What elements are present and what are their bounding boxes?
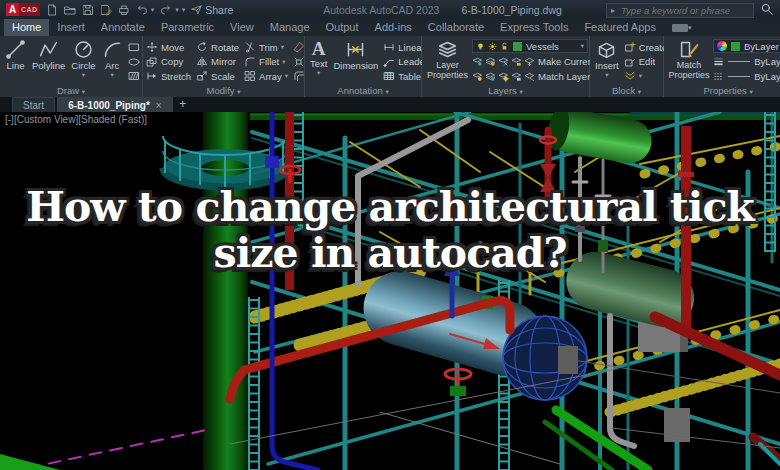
offset-button[interactable] [293, 69, 305, 83]
autocad-logo[interactable]: A CAD [6, 3, 40, 16]
file-tab-active[interactable]: 6-B-1000_Piping* × [57, 97, 173, 112]
layer-on-icon[interactable] [472, 71, 483, 82]
panel-layers-title[interactable]: Layers ▾ [422, 85, 589, 97]
match-layer-button[interactable]: Match Layer [524, 70, 590, 83]
panel-draw-title[interactable]: Draw ▾ [0, 85, 142, 97]
layer-unisolate-icon[interactable] [485, 71, 496, 82]
explode-icon [293, 56, 305, 68]
file-tab-start[interactable]: Start [12, 97, 55, 112]
customize-qat-icon[interactable]: ▾ [182, 6, 186, 14]
tab-parametric[interactable]: Parametric [153, 19, 222, 36]
mirror-button[interactable]: Mirror [196, 55, 239, 69]
panel-annotation: A Text ▾ Dimension Linear▾ Leader▾ Table… [305, 36, 422, 97]
circle-button[interactable]: Circle ▾ [69, 38, 97, 85]
redo-icon[interactable] [160, 4, 172, 16]
layer-thaw-sun-icon [488, 42, 497, 51]
layer-unlock2-icon[interactable] [511, 71, 522, 82]
polyline-icon [38, 39, 59, 60]
save-icon[interactable] [82, 4, 94, 16]
panel-block-title[interactable]: Block ▾ [590, 85, 663, 97]
green-valve-body [450, 386, 466, 396]
search-box[interactable]: ▸ [606, 3, 754, 18]
ribbon-display-toggle[interactable]: ▾ [672, 19, 692, 36]
explode-button[interactable] [293, 55, 305, 69]
layer-properties-button[interactable]: Layer Properties [425, 38, 470, 85]
make-current-button[interactable]: Make Current [524, 55, 596, 68]
layer-select[interactable]: Vessels ▾ [472, 39, 588, 53]
scale-icon [196, 70, 208, 82]
erase-button[interactable] [293, 40, 305, 54]
headline-line-1: How to change architectural tick [0, 184, 780, 230]
tab-annotate[interactable]: Annotate [93, 19, 153, 36]
rotate-icon [196, 41, 208, 53]
tab-express-tools[interactable]: Express Tools [492, 19, 576, 36]
dimension-button[interactable]: Dimension [331, 38, 380, 85]
search-icon[interactable] [760, 2, 774, 18]
scale-button[interactable]: Scale [196, 69, 239, 83]
redo-dropdown-icon[interactable]: ▾ [175, 6, 179, 14]
move-button[interactable]: Move [146, 40, 191, 54]
tab-insert[interactable]: Insert [49, 19, 93, 36]
arc-button[interactable]: Arc ▾ [100, 38, 125, 85]
tab-add-ins[interactable]: Add-ins [367, 19, 420, 36]
file-tab-close-icon[interactable]: × [156, 98, 162, 113]
edit-attributes-button[interactable]: ▾ [624, 69, 668, 83]
3d-piping-model[interactable] [0, 112, 780, 470]
tab-view[interactable]: View [222, 19, 262, 36]
fillet-button[interactable]: Fillet▾ [244, 55, 288, 69]
open-folder-icon[interactable] [64, 4, 76, 16]
line-button[interactable]: Line [3, 38, 28, 85]
layer-freeze-icon[interactable] [498, 56, 509, 67]
plot-icon[interactable] [118, 4, 130, 16]
new-drawing-tab-button[interactable]: + [175, 97, 191, 112]
array-button[interactable]: Array▾ [244, 69, 288, 83]
layer-thaw-icon[interactable] [498, 71, 509, 82]
match-properties-icon [679, 39, 700, 60]
rotate-button[interactable]: Rotate [196, 40, 239, 54]
edit-block-button[interactable]: Edit [624, 55, 668, 69]
panel-properties-title[interactable]: Properties ▾ [664, 85, 780, 97]
layer-unlock-icon [500, 42, 509, 51]
line-icon [5, 39, 26, 60]
layer-off-icon[interactable] [472, 56, 483, 67]
viewport-view-control[interactable]: [Custom View] [14, 114, 78, 125]
share-button[interactable]: Share [191, 4, 233, 16]
app-title: Autodesk AutoCAD 2023 [323, 4, 439, 16]
make-current-icon [524, 56, 535, 67]
insert-block-button[interactable]: Insert ▾ [593, 38, 621, 85]
linetype-select[interactable]: ByLayer [713, 70, 780, 83]
leader-icon [383, 56, 395, 68]
search-input[interactable] [619, 4, 749, 17]
panel-modify: Move Copy Stretch Rotate Mirror Scale Tr… [143, 36, 305, 97]
match-properties-button[interactable]: Match Properties [667, 38, 711, 85]
file-tab-active-label: 6-B-1000_Piping* [68, 98, 150, 113]
viewport-visual-style-control[interactable]: [Shaded (Fast)] [78, 114, 147, 125]
new-file-icon[interactable] [46, 4, 58, 16]
trim-button[interactable]: Trim▾ [244, 40, 288, 54]
panel-modify-title[interactable]: Modify ▾ [143, 85, 304, 97]
panel-layers: Layer Properties Vessels ▾ [422, 36, 590, 97]
create-block-button[interactable]: Create [624, 40, 668, 54]
panel-annotation-title[interactable]: Annotation ▾ [305, 85, 421, 97]
lineweight-select[interactable]: ByLayer [713, 55, 780, 68]
tab-home[interactable]: Home [4, 19, 49, 36]
tab-featured-apps[interactable]: Featured Apps [576, 19, 664, 36]
object-color-swatch [730, 41, 741, 52]
save-as-icon[interactable] [100, 4, 112, 16]
undo-dropdown-icon[interactable]: ▾ [151, 6, 155, 14]
layer-isolate-icon[interactable] [485, 56, 496, 67]
search-expand-icon[interactable]: ▸ [611, 6, 615, 15]
tab-manage[interactable]: Manage [262, 19, 318, 36]
tab-output[interactable]: Output [318, 19, 367, 36]
viewport-control-menu[interactable]: [-] [5, 114, 14, 125]
drawing-viewport[interactable]: [-] [Custom View] [Shaded (Fast)] [0, 112, 780, 470]
copy-button[interactable]: Copy [146, 55, 191, 69]
tab-collaborate[interactable]: Collaborate [420, 19, 492, 36]
stretch-button[interactable]: Stretch [146, 69, 191, 83]
layer-lock-icon[interactable] [511, 56, 522, 67]
object-color-select[interactable]: ByLayer ▾ [713, 39, 780, 53]
undo-icon[interactable] [136, 4, 148, 16]
linetype-icon [713, 71, 724, 82]
text-button[interactable]: A Text ▾ [308, 38, 329, 85]
polyline-button[interactable]: Polyline [30, 38, 67, 85]
